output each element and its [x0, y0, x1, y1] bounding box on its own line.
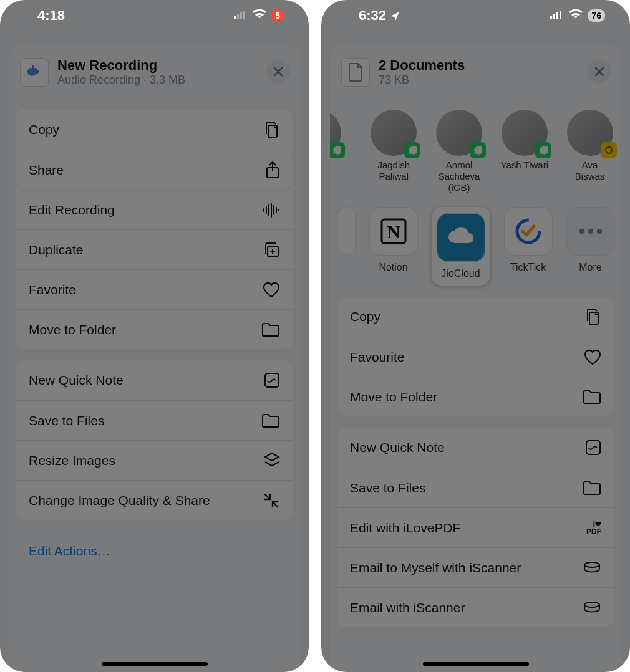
file-thumbnail — [341, 58, 370, 87]
right-screenshot: 6:32 76 2 Documents 73 KB — [321, 0, 630, 672]
menu-item-label: Favourite — [350, 350, 405, 365]
share-contact[interactable]: Anmol Sachdeva (iGB) — [435, 110, 483, 193]
menu-item-label: Favorite — [29, 282, 76, 297]
status-time: 4:18 — [37, 7, 65, 24]
signal-icon — [234, 10, 248, 21]
heart-icon — [584, 349, 601, 365]
close-icon — [594, 67, 604, 77]
menu-item-resize-images[interactable]: Resize Images — [16, 440, 293, 480]
menu-item-email-myself-iscanner[interactable]: Email to Myself with iScanner — [337, 547, 614, 587]
svg-rect-24 — [589, 312, 598, 324]
app-label: JioCloud — [437, 268, 485, 279]
apps-row: N Notion JioCloud TickT — [330, 193, 621, 286]
menu-item-label: New Quick Note — [29, 373, 124, 388]
messenger-badge — [601, 142, 617, 158]
folder-icon — [583, 390, 601, 405]
menu-item-label: Move to Folder — [350, 390, 437, 405]
more-icon — [566, 207, 615, 256]
sheet-header: 2 Documents 73 KB — [330, 46, 621, 98]
share-sheet: 2 Documents 73 KB Jagdish Paliwal — [330, 46, 621, 672]
status-bar: 6:32 76 — [321, 0, 630, 31]
svg-rect-18 — [556, 12, 558, 19]
avatar — [371, 110, 417, 156]
jiocloud-icon — [437, 213, 485, 262]
app-icon — [337, 207, 356, 256]
sheet-header: New Recording Audio Recording · 3.3 MB — [9, 46, 300, 98]
menu-item-label: Change Image Quality & Share — [29, 493, 210, 508]
menu-group: Copy Favourite Move to Folder — [337, 297, 614, 416]
context-menu-sheet: New Recording Audio Recording · 3.3 MB C… — [9, 46, 300, 672]
menu-item-label: Save to Files — [350, 481, 425, 496]
share-contact[interactable]: Ava Biswas — [566, 110, 614, 193]
menu-item-share[interactable]: Share — [16, 150, 293, 190]
avatar[interactable] — [330, 110, 341, 156]
share-contact[interactable]: Yash Tiwari — [500, 110, 548, 193]
wifi-icon — [569, 9, 583, 22]
menu-item-label: Edit with iLovePDF — [350, 521, 460, 535]
share-contact[interactable]: Jagdish Paliwal — [370, 110, 418, 193]
app-label: More — [579, 262, 601, 273]
avatar — [502, 110, 548, 156]
location-icon — [390, 7, 400, 23]
menu-item-move-to-folder[interactable]: Move to Folder — [337, 377, 614, 416]
sheet-subtitle: 73 KB — [379, 74, 465, 87]
close-icon — [273, 67, 283, 77]
menu-item-duplicate[interactable]: Duplicate — [16, 229, 293, 269]
menu-item-label: Duplicate — [29, 242, 84, 257]
menu-item-copy[interactable]: Copy — [16, 110, 293, 150]
close-button[interactable] — [588, 60, 611, 84]
menu-item-change-image-quality[interactable]: Change Image Quality & Share — [16, 480, 293, 520]
menu-item-edit-recording[interactable]: Edit Recording — [16, 190, 293, 229]
whatsapp-badge — [404, 142, 420, 158]
menu-item-new-quick-note[interactable]: New Quick Note — [337, 428, 614, 468]
menu-item-copy[interactable]: Copy — [337, 297, 614, 337]
menu-item-new-quick-note[interactable]: New Quick Note — [16, 360, 293, 400]
status-time: 6:32 — [359, 7, 400, 24]
menu-item-favorite[interactable]: Favorite — [16, 269, 293, 309]
left-screenshot: 4:18 5 New Recording Audio Recording · 3… — [0, 0, 309, 672]
svg-rect-2 — [240, 12, 242, 19]
waveform-icon — [263, 203, 280, 218]
avatar — [436, 110, 482, 156]
share-app-ticktick[interactable]: TickTick — [504, 207, 553, 273]
svg-rect-4 — [234, 16, 236, 19]
svg-rect-17 — [553, 14, 555, 19]
menu-item-label: New Quick Note — [350, 440, 445, 455]
share-app[interactable] — [337, 207, 356, 256]
menu-item-ilovepdf[interactable]: Edit with iLovePDF I❤PDF — [337, 507, 614, 547]
menu-group: New Quick Note Save to Files Edit with i… — [337, 428, 614, 627]
svg-point-26 — [584, 562, 599, 567]
battery-indicator: 5 — [271, 9, 284, 22]
menu-item-save-to-files[interactable]: Save to Files — [337, 468, 614, 507]
home-indicator — [102, 662, 208, 666]
compress-icon — [263, 492, 280, 509]
menu-item-favourite[interactable]: Favourite — [337, 337, 614, 377]
svg-rect-5 — [268, 125, 277, 137]
close-button[interactable] — [266, 60, 290, 84]
whatsapp-badge — [535, 142, 551, 158]
menu-item-move-to-folder[interactable]: Move to Folder — [16, 309, 293, 349]
contact-name: Anmol Sachdeva (iGB) — [435, 160, 483, 193]
menu-item-label: Email with iScanner — [350, 600, 465, 615]
battery-indicator: 76 — [588, 9, 605, 22]
svg-rect-19 — [560, 11, 561, 19]
copy-icon — [264, 120, 280, 139]
copy-icon — [585, 307, 601, 326]
sheet-title: New Recording — [57, 57, 185, 74]
share-app-jiocloud[interactable]: JioCloud — [432, 207, 490, 286]
menu-item-email-iscanner[interactable]: Email with iScanner — [337, 587, 614, 627]
menu-item-save-to-files[interactable]: Save to Files — [16, 400, 293, 440]
svg-rect-3 — [243, 11, 245, 19]
menu-item-label: Move to Folder — [29, 322, 116, 337]
menu-item-label: Copy — [350, 309, 380, 324]
file-thumbnail — [20, 58, 49, 87]
share-app-more[interactable]: More — [566, 207, 615, 273]
signal-icon — [550, 10, 564, 21]
sheet-title: 2 Documents — [379, 57, 465, 74]
whatsapp-badge — [470, 142, 486, 158]
menu-item-label: Edit Actions… — [29, 544, 110, 559]
share-app-notion[interactable]: N Notion — [369, 207, 418, 273]
menu-item-edit-actions[interactable]: Edit Actions… — [16, 531, 293, 571]
menu-item-label: Email to Myself with iScanner — [350, 560, 521, 575]
menu-group: Edit Actions… — [16, 531, 293, 571]
